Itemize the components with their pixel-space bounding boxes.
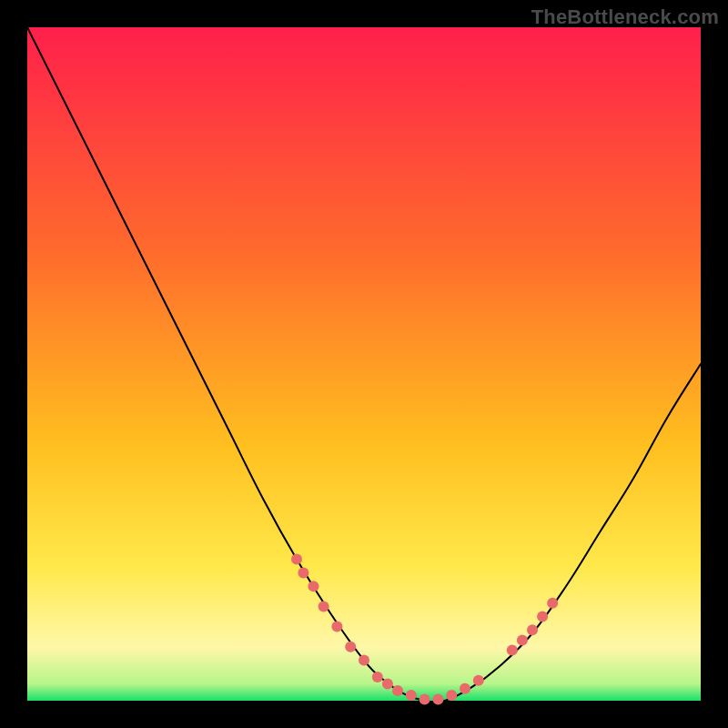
highlight-dot [392, 685, 403, 696]
watermark-text: TheBottleneck.com [531, 5, 719, 29]
highlight-dot [446, 690, 457, 701]
highlight-dot [345, 642, 356, 652]
highlight-dot [308, 581, 319, 592]
highlight-dot [359, 655, 369, 666]
highlight-dot [331, 622, 342, 632]
highlight-dot [537, 612, 548, 622]
chart-frame: TheBottleneck.com [0, 0, 728, 728]
highlight-dot [298, 567, 308, 578]
highlight-dot [291, 554, 302, 565]
highlight-dot [372, 672, 383, 682]
highlight-dot [547, 598, 558, 609]
highlight-dot [517, 634, 528, 645]
highlight-dot [527, 624, 538, 635]
highlight-dot [473, 675, 484, 686]
highlight-dot [507, 645, 518, 656]
highlight-dot [318, 601, 329, 612]
highlight-dot [382, 679, 393, 690]
highlight-dot [406, 690, 417, 701]
highlight-dot [460, 683, 470, 694]
chart-overlay [27, 27, 701, 701]
plot-gradient-area [27, 27, 701, 701]
highlight-dot [420, 694, 430, 705]
highlight-dot [432, 694, 443, 705]
highlight-markers [291, 554, 558, 705]
bottleneck-curve [27, 27, 701, 703]
